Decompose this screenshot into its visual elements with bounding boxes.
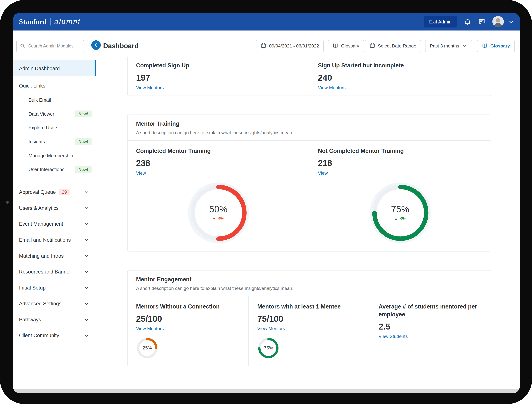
new-badge: New! bbox=[75, 166, 92, 173]
mentor-training-card: Mentor Training A short description can … bbox=[127, 114, 491, 251]
brand-divider bbox=[50, 18, 51, 25]
topbar-actions: Exit Admin bbox=[424, 16, 514, 28]
account-chevron-down-icon[interactable] bbox=[508, 19, 513, 24]
metric-value: 2.5 bbox=[379, 322, 483, 331]
incomplete-signup-cell: Sign Up Started but Incomplete 240 View … bbox=[309, 57, 491, 95]
donut-percent-label: 25% bbox=[136, 337, 158, 359]
sidebar-section-email-notifications[interactable]: Email and Notifications bbox=[13, 232, 96, 248]
without-connection-donut-chart: 25% bbox=[136, 337, 158, 359]
view-mentors-link[interactable]: View Mentors bbox=[257, 326, 285, 331]
sidebar-collapse-button[interactable] bbox=[91, 40, 101, 50]
glossary-button[interactable]: Glossary bbox=[328, 40, 364, 52]
notifications-bell-icon[interactable] bbox=[464, 18, 471, 25]
app-window: Stanford alumni Exit Admin bbox=[13, 13, 520, 393]
metric-title: Not Completed Mentor Training bbox=[318, 147, 483, 155]
select-date-range-button[interactable]: Select Date Range bbox=[365, 40, 421, 52]
sidebar-item-user-interactions[interactable]: User InteractionsNew! bbox=[13, 162, 96, 176]
sidebar-section-event-management[interactable]: Event Management bbox=[13, 216, 96, 232]
new-badge: New! bbox=[75, 138, 92, 145]
card-header: Mentor Engagement A short description ca… bbox=[128, 271, 491, 296]
sidebar-section-matching-intros[interactable]: Matching and Intros bbox=[13, 248, 96, 264]
mentors-with-mentee-cell: Mentors with at least 1 Mentee 75/100 Vi… bbox=[249, 296, 370, 366]
sidebar-section-resources-banner[interactable]: Resources and Banner bbox=[13, 264, 96, 280]
page-header: Dashboard 09/04/2021 - 06/01/2022 Glossa… bbox=[13, 31, 520, 57]
metric-value: 238 bbox=[136, 158, 301, 168]
donut-percent-label: 50% bbox=[209, 204, 227, 215]
not-completed-training-donut-chart: 75% ▲ 3% bbox=[369, 181, 432, 245]
triangle-up-icon: ▲ bbox=[394, 216, 398, 221]
delta-indicator: ▲ 3% bbox=[394, 216, 406, 221]
sidebar-section-initial-setup[interactable]: Initial Setup bbox=[13, 280, 96, 296]
glossary-book-icon bbox=[332, 43, 338, 49]
sidebar-item-admin-dashboard[interactable]: Admin Dashboard bbox=[13, 60, 96, 76]
glossary-primary-button[interactable]: Glossary bbox=[477, 40, 515, 52]
signup-summary-card: Completed Sign Up 197 View Mentors Sign … bbox=[127, 57, 491, 96]
brand-logo: Stanford alumni bbox=[19, 18, 80, 26]
messages-icon[interactable] bbox=[478, 18, 486, 25]
donut-percent-label: 75% bbox=[257, 337, 280, 359]
sidebar-item-explore-users[interactable]: Explore Users bbox=[13, 121, 96, 135]
header-actions: 09/04/2021 - 06/01/2022 Glossary Select … bbox=[256, 40, 515, 52]
date-range-button[interactable]: 09/04/2021 - 06/01/2022 bbox=[256, 40, 324, 52]
chevron-down-icon bbox=[84, 317, 89, 322]
brand-alumni: alumni bbox=[54, 18, 80, 26]
approval-count-badge: 29 bbox=[59, 189, 69, 195]
metric-title: Sign Up Started but Incomplete bbox=[318, 62, 483, 70]
completed-training-cell: Completed Mentor Training 238 View bbox=[128, 141, 309, 251]
view-students-link[interactable]: View Students bbox=[379, 334, 408, 339]
card-title: Mentor Training bbox=[136, 121, 482, 127]
sidebar-section-advanced-settings[interactable]: Advanced Settings bbox=[13, 296, 96, 311]
metric-title: Mentors with at least 1 Mentee bbox=[257, 303, 361, 311]
sidebar-section-approval-queue[interactable]: Approval Queue 29 bbox=[13, 184, 96, 200]
metric-title: Completed Mentor Training bbox=[136, 147, 301, 155]
not-completed-training-cell: Not Completed Mentor Training 218 View bbox=[309, 141, 491, 251]
view-mentors-link[interactable]: View Mentors bbox=[136, 85, 164, 90]
chevron-down-icon bbox=[84, 206, 89, 210]
sidebar-quick-links-title: Quick Links bbox=[13, 78, 96, 93]
chevron-down-icon bbox=[84, 253, 89, 258]
glossary-book-icon bbox=[482, 43, 488, 49]
avatar[interactable] bbox=[492, 16, 504, 28]
metric-value: 197 bbox=[136, 73, 301, 83]
average-students-cell: Average # of students mentored per emplo… bbox=[370, 296, 491, 366]
delta-indicator: ▼ 3% bbox=[212, 216, 224, 221]
chevron-down-icon bbox=[84, 333, 89, 338]
calendar-icon bbox=[261, 43, 266, 49]
page-title: Dashboard bbox=[103, 42, 138, 50]
view-link[interactable]: View bbox=[318, 170, 328, 176]
chevron-down-icon bbox=[462, 43, 468, 49]
delta-value: 3% bbox=[218, 216, 224, 221]
view-mentors-link[interactable]: View Mentors bbox=[318, 85, 346, 90]
chevron-down-icon bbox=[84, 237, 89, 242]
donut-percent-label: 75% bbox=[391, 204, 409, 215]
sidebar-section-client-community[interactable]: Client Community bbox=[13, 328, 96, 343]
sidebar-item-data-viewer[interactable]: Data ViewerNew! bbox=[13, 107, 96, 121]
metric-value: 240 bbox=[318, 73, 483, 83]
sidebar-item-insights[interactable]: InsightsNew! bbox=[13, 135, 96, 149]
with-mentee-donut-chart: 75% bbox=[257, 337, 280, 359]
metric-value: 75/100 bbox=[257, 314, 361, 324]
sidebar-item-bulk-email[interactable]: Bulk Email bbox=[13, 93, 96, 107]
main-content[interactable]: Completed Sign Up 197 View Mentors Sign … bbox=[96, 57, 520, 389]
brand-stanford: Stanford bbox=[19, 18, 47, 26]
camera-dot bbox=[6, 201, 9, 204]
metric-value: 218 bbox=[318, 158, 483, 168]
sidebar-item-manage-membership[interactable]: Manage Membership bbox=[13, 148, 96, 162]
view-mentors-link[interactable]: View Mentors bbox=[136, 326, 164, 331]
chevron-down-icon bbox=[84, 269, 89, 274]
search-input[interactable] bbox=[16, 40, 84, 52]
search-icon bbox=[20, 43, 26, 49]
view-link[interactable]: View bbox=[136, 170, 146, 176]
chevron-down-icon bbox=[84, 221, 89, 226]
triangle-down-icon: ▼ bbox=[212, 216, 216, 221]
calendar-icon bbox=[369, 43, 375, 49]
sidebar-section-pathways[interactable]: Pathways bbox=[13, 311, 96, 328]
period-dropdown[interactable]: Past 3 months bbox=[425, 40, 473, 52]
metric-title: Average # of students mentored per emplo… bbox=[379, 303, 483, 319]
completed-signup-cell: Completed Sign Up 197 View Mentors bbox=[128, 57, 309, 95]
body: Admin Dashboard Quick Links Bulk Email D… bbox=[13, 57, 520, 389]
card-description: A short description can go here to expla… bbox=[136, 130, 482, 135]
exit-admin-button[interactable]: Exit Admin bbox=[424, 16, 457, 28]
card-description: A short description can go here to expla… bbox=[136, 286, 482, 291]
sidebar-section-users-analytics[interactable]: Users & Analytics bbox=[13, 200, 96, 216]
